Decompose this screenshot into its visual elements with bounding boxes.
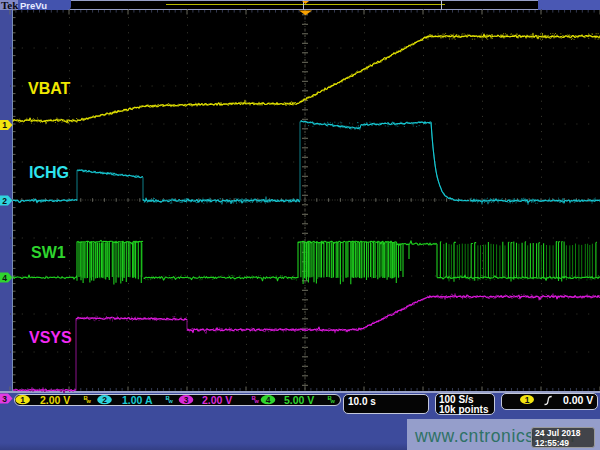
svg-text:2: 2 [102,395,107,405]
svg-text:w: w [168,398,174,404]
svg-text:w: w [330,398,336,404]
svg-text:w: w [254,398,260,404]
svg-text:4: 4 [266,395,271,405]
svg-text:w: w [86,398,92,404]
svg-text:1: 1 [20,395,25,405]
svg-text:3: 3 [184,395,189,405]
svg-text:1: 1 [525,395,530,405]
